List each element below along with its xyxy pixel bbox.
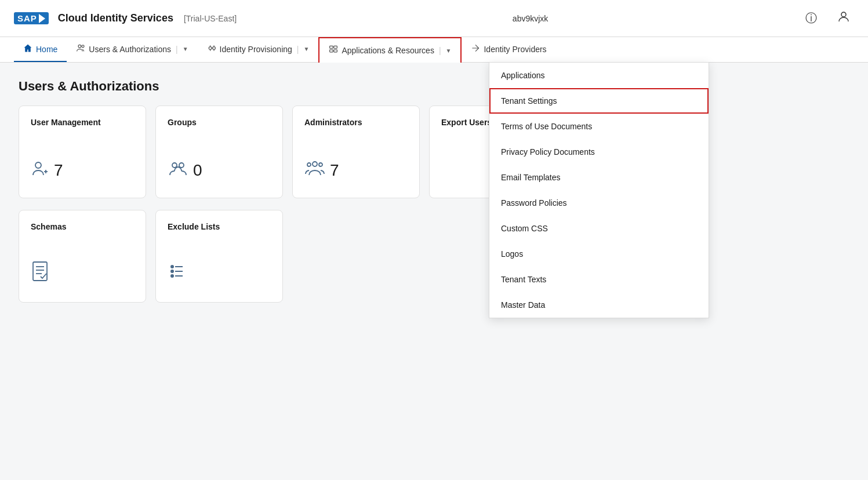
applications-icon xyxy=(329,45,338,56)
nav-identity-provisioning[interactable]: Identity Provisioning | ▼ xyxy=(198,37,319,62)
help-button[interactable]: ⓘ xyxy=(801,8,822,29)
dropdown-password-policies[interactable]: Password Policies xyxy=(489,190,709,216)
nav-applications-resources[interactable]: Applications & Resources | ▼ xyxy=(318,37,462,63)
card-schemas[interactable]: Schemas xyxy=(19,210,146,303)
card-administrators[interactable]: Administrators 7 xyxy=(292,106,420,198)
sap-chevron-icon xyxy=(39,14,45,23)
svg-point-3 xyxy=(209,46,212,49)
card-administrators-count: 7 xyxy=(330,161,339,180)
nav-divider-3: | xyxy=(438,46,442,55)
card-exclude-lists-title: Exclude Lists xyxy=(168,222,271,231)
exclude-lists-icon xyxy=(168,261,186,286)
dropdown-logos[interactable]: Logos xyxy=(489,241,709,267)
main-navbar: Home Users & Authorizations | ▼ Identity… xyxy=(0,37,868,63)
svg-point-0 xyxy=(841,12,846,17)
card-groups[interactable]: Groups 0 xyxy=(155,106,283,198)
nav-divider-1: | xyxy=(175,45,179,54)
dropdown-custom-css[interactable]: Custom CSS xyxy=(489,216,709,241)
card-user-management[interactable]: User Management 7 xyxy=(19,106,146,198)
main-content: Users & Authorizations User Management 7 xyxy=(0,63,868,330)
card-user-management-body: 7 xyxy=(31,159,134,181)
sap-logo: SAP xyxy=(14,12,49,24)
svg-rect-17 xyxy=(33,262,47,281)
card-schemas-title: Schemas xyxy=(31,222,134,231)
card-groups-count: 0 xyxy=(193,161,202,180)
dropdown-tenant-settings[interactable]: Tenant Settings xyxy=(489,88,709,114)
section-title: Users & Authorizations xyxy=(19,79,849,94)
svg-point-25 xyxy=(171,275,173,277)
env-label: [Trial-US-East] xyxy=(184,14,237,23)
dropdown-master-data[interactable]: Master Data xyxy=(489,292,709,318)
svg-point-4 xyxy=(212,46,215,49)
nav-identity-providers[interactable]: Identity Providers xyxy=(462,37,555,62)
svg-rect-8 xyxy=(334,50,337,52)
svg-point-21 xyxy=(171,266,173,268)
groups-icon xyxy=(168,159,188,181)
cards-row-2: Schemas Exclude Lists xyxy=(19,210,849,303)
svg-point-12 xyxy=(172,163,177,168)
user-management-icon xyxy=(31,159,49,181)
administrators-icon xyxy=(304,159,325,181)
card-groups-body: 0 xyxy=(168,159,271,181)
svg-point-13 xyxy=(179,163,184,168)
nav-users-auth-label: Users & Authorizations xyxy=(89,45,171,54)
svg-point-23 xyxy=(171,270,173,272)
header-actions: ⓘ xyxy=(801,8,854,29)
card-administrators-title: Administrators xyxy=(304,118,408,127)
nav-users-auth[interactable]: Users & Authorizations | ▼ xyxy=(67,37,197,62)
users-auth-chevron-icon[interactable]: ▼ xyxy=(183,46,188,52)
nav-identity-provisioning-label: Identity Provisioning xyxy=(220,45,292,54)
svg-point-14 xyxy=(313,162,317,166)
card-schemas-body xyxy=(31,261,134,286)
dropdown-terms-of-use[interactable]: Terms of Use Documents xyxy=(489,114,709,139)
svg-point-16 xyxy=(319,163,322,166)
card-user-management-count: 7 xyxy=(54,161,63,180)
nav-home-label: Home xyxy=(36,45,57,54)
nav-applications-resources-label: Applications & Resources xyxy=(342,46,434,55)
schemas-icon xyxy=(31,261,49,286)
home-icon xyxy=(23,43,32,55)
applications-resources-dropdown: Applications Tenant Settings Terms of Us… xyxy=(489,62,709,318)
logo-area: SAP Cloud Identity Services [Trial-US-Ea… xyxy=(14,12,237,24)
user-profile-button[interactable] xyxy=(833,8,854,29)
svg-point-2 xyxy=(82,45,84,47)
dropdown-privacy-policy[interactable]: Privacy Policy Documents xyxy=(489,139,709,165)
dropdown-email-templates[interactable]: Email Templates xyxy=(489,165,709,190)
help-icon: ⓘ xyxy=(805,10,817,26)
card-user-management-title: User Management xyxy=(31,118,134,127)
nav-identity-providers-label: Identity Providers xyxy=(484,45,546,54)
sap-text: SAP xyxy=(17,13,37,23)
card-exclude-lists[interactable]: Exclude Lists xyxy=(155,210,283,303)
svg-point-1 xyxy=(78,45,81,48)
provisioning-chevron-icon[interactable]: ▼ xyxy=(303,46,309,52)
cards-row-1: User Management 7 Groups xyxy=(19,106,849,198)
card-administrators-body: 7 xyxy=(304,159,408,181)
provisioning-icon xyxy=(207,43,216,55)
svg-rect-5 xyxy=(330,46,333,48)
identity-providers-icon xyxy=(471,43,480,55)
nav-home[interactable]: Home xyxy=(14,37,67,62)
dropdown-applications[interactable]: Applications xyxy=(489,63,709,88)
card-groups-title: Groups xyxy=(168,118,271,127)
dropdown-tenant-texts[interactable]: Tenant Texts xyxy=(489,267,709,292)
svg-rect-7 xyxy=(330,50,333,52)
app-header: SAP Cloud Identity Services [Trial-US-Ea… xyxy=(0,0,868,37)
user-profile-icon xyxy=(837,10,851,27)
card-exclude-lists-body xyxy=(168,261,271,286)
svg-point-15 xyxy=(307,163,311,166)
svg-rect-6 xyxy=(334,46,337,48)
applications-resources-chevron-icon[interactable]: ▼ xyxy=(446,48,452,54)
svg-point-9 xyxy=(35,162,41,168)
tenant-id: abv9kvjxk xyxy=(260,14,801,23)
app-title: Cloud Identity Services xyxy=(58,12,173,24)
users-icon xyxy=(76,43,85,55)
nav-divider-2: | xyxy=(296,45,300,54)
